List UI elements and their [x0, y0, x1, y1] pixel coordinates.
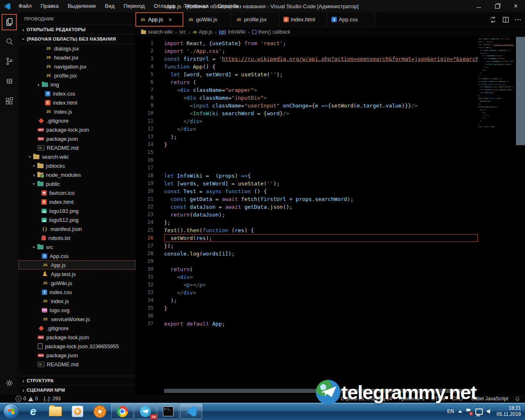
code-line-21[interactable]: 21const getData = await fetch(firstUrl +…	[135, 195, 478, 203]
tree-item-.gitignore[interactable]: .gitignore	[18, 116, 135, 125]
code-line-15[interactable]: 15	[135, 148, 478, 156]
code-line-29[interactable]: 29	[135, 258, 478, 265]
tree-item-README.md[interactable]: M↓README.md	[18, 360, 135, 369]
code-line-33[interactable]: 33</div>	[135, 289, 478, 297]
tree-item-index.html[interactable]: 5index.html	[18, 98, 135, 107]
code-line-26[interactable]: 26setWord(res);	[135, 234, 478, 242]
code-line-4[interactable]: 4function App() {	[135, 63, 478, 71]
settings-gear-icon[interactable]	[0, 375, 18, 391]
code-line-3[interactable]: 3const firstUrl = 'https://ru.wikipedia.…	[135, 55, 478, 63]
tab-App.js[interactable]: JSApp.js×	[135, 12, 183, 27]
tree-item-serviceWorker.js[interactable]: JSserviceWorker.js	[18, 315, 135, 324]
tree-item-App.js[interactable]: JSApp.js	[18, 260, 135, 269]
tab-App.css[interactable]: 3App.css	[327, 12, 375, 27]
code-line-20[interactable]: 20const Test = async function () {	[135, 187, 478, 195]
extensions-icon[interactable]	[0, 91, 18, 111]
minimap[interactable]: import React, {useState} from 'react';im…	[478, 38, 514, 128]
tree-item-src[interactable]: ›src	[18, 242, 135, 251]
tree-item-package.json[interactable]: npmpackage.json	[18, 351, 135, 360]
action-center-flag-icon[interactable]	[466, 409, 471, 414]
code-line-35[interactable]: 35}	[135, 304, 478, 312]
sync-icon[interactable]	[489, 16, 497, 23]
breadcrumb-item-src[interactable]: src	[178, 29, 187, 35]
menu-item-Файл[interactable]: Файл	[14, 0, 36, 12]
more-actions-icon[interactable]: ···	[515, 16, 522, 23]
code-editor[interactable]: 1import React, {useState} from 'react';2…	[135, 37, 525, 395]
code-line-10[interactable]: 10<InfoWiki searchWord = {word}/>	[135, 110, 478, 117]
tree-item-package.json[interactable]: npmpackage.json	[18, 134, 135, 143]
code-line-2[interactable]: 2import './App.css';	[135, 47, 478, 55]
code-line-25[interactable]: 25Test().then(function (res) {	[135, 226, 478, 234]
tree-item-logo192.png[interactable]: logo192.png	[18, 206, 135, 215]
taskbar-telegram[interactable]: 74	[134, 404, 156, 419]
code-line-37[interactable]: 37export default App;	[135, 320, 478, 328]
tree-item-package-lock.json.3236655955[interactable]: package-lock.json.3236655955	[18, 342, 135, 351]
status-UTF-8[interactable]: UTF-8	[431, 396, 445, 402]
horizontal-scrollbar[interactable]	[164, 389, 476, 393]
code-line-34[interactable]: 34);	[135, 297, 478, 304]
menu-item-Вид[interactable]: Вид	[100, 0, 119, 12]
taskbar-start[interactable]	[0, 403, 22, 420]
code-line-32[interactable]: 32<p></p>	[135, 281, 478, 289]
tree-item-index.js[interactable]: JSindex.js	[18, 107, 135, 116]
open-editors-section[interactable]: › ОТКРЫТЫЕ РЕДАКТОРЫ	[18, 25, 135, 34]
taskbar-internet-explorer[interactable]: e	[23, 403, 44, 420]
code-line-27[interactable]: 27});	[135, 242, 478, 250]
tree-item-.gitignore[interactable]: .gitignore	[18, 324, 135, 333]
tree-item-robots.txt[interactable]: robots.txt	[18, 233, 135, 242]
menu-item-Выделение[interactable]: Выделение	[63, 0, 100, 12]
code-line-12[interactable]: 12</div>	[135, 125, 478, 133]
status-Строка 26, столбец 14[interactable]: Строка 26, столбец 14	[341, 396, 392, 402]
code-line-16[interactable]: 16	[135, 156, 478, 164]
menu-item-Переход[interactable]: Переход	[119, 0, 149, 12]
code-line-31[interactable]: 31<div>	[135, 273, 478, 281]
clock[interactable]: 18:21 05.11.2019	[497, 405, 521, 418]
code-line-5[interactable]: 5let [word, setWord] = useState('');	[135, 71, 478, 78]
debug-icon[interactable]	[0, 71, 18, 91]
vertical-scrollbar[interactable]	[516, 37, 525, 145]
problems-indicator[interactable]: × 0 0	[16, 396, 38, 402]
explorer-icon[interactable]	[0, 12, 18, 32]
code-line-19[interactable]: 19let [words, setWord] = useState('');	[135, 180, 478, 187]
source-control-icon[interactable]	[0, 52, 18, 71]
tree-item-index.css[interactable]: 3index.css	[18, 89, 135, 98]
tree-item-img[interactable]: ›img	[18, 80, 135, 89]
tree-item-package-lock.json[interactable]: npmpackage-lock.json	[18, 333, 135, 342]
tab-goWiki.js[interactable]: JSgoWiki.js	[183, 12, 231, 27]
tree-item-index.html[interactable]: 5index.html	[18, 197, 135, 206]
breadcrumb-item-InfoWiki[interactable]: [@]InfoWiki	[218, 29, 246, 35]
section-СЦЕНАРИИ NPM[interactable]: ›СЦЕНАРИИ NPM	[18, 385, 135, 395]
code-line-30[interactable]: 30return(	[135, 265, 478, 273]
metric-indicator[interactable]: {..}: 293	[43, 396, 60, 402]
search-icon[interactable]	[0, 32, 18, 52]
code-line-9[interactable]: 9<input className="userInput" onChange={…	[135, 102, 478, 110]
status-CRLF[interactable]: CRLF	[452, 396, 465, 402]
taskbar-windows-explorer[interactable]	[45, 403, 66, 420]
network-icon[interactable]	[475, 409, 483, 415]
code-line-24[interactable]: 24};	[135, 219, 478, 226]
tree-item-logo512.png[interactable]: logo512.png	[18, 215, 135, 224]
tree-item-index.css[interactable]: 3index.css	[18, 288, 135, 297]
taskbar-chrome[interactable]	[111, 404, 133, 419]
code-line-8[interactable]: 8<div className="inputDiv">	[135, 94, 478, 102]
breadcrumb-item-then() callback[interactable]: then() callback	[251, 29, 291, 35]
language-indicator[interactable]: EN	[447, 409, 454, 414]
code-line-14[interactable]: 14}	[135, 141, 478, 148]
tree-item-package-lock.json[interactable]: npmpackage-lock.json	[18, 125, 135, 134]
tab-index.html[interactable]: 5index.html	[279, 12, 327, 27]
section-СТРУКТУРА[interactable]: ›СТРУКТУРА	[18, 376, 135, 385]
tree-item-README.md[interactable]: M↓README.md	[18, 143, 135, 152]
tree-item-App.css[interactable]: 3App.css	[18, 251, 135, 260]
code-line-6[interactable]: 6return (	[135, 78, 478, 86]
code-line-36[interactable]: 36	[135, 312, 478, 320]
tree-item-index.js[interactable]: JSindex.js	[18, 297, 135, 306]
tab-profile.jsx[interactable]: JSprofile.jsx	[231, 12, 279, 27]
breadcrumb-item-search-wiki[interactable]: search-wiki	[140, 29, 173, 35]
status-Babel JavaScript[interactable]: Babel JavaScript	[471, 396, 508, 402]
status-Пробелы: 2[interactable]: Пробелы: 2	[399, 396, 425, 402]
tree-item-favicon.ico[interactable]: ★favicon.ico	[18, 188, 135, 197]
split-editor-icon[interactable]	[502, 16, 509, 23]
taskbar-settings-wheel[interactable]	[89, 403, 110, 420]
close-button[interactable]: ×	[507, 0, 525, 12]
code-line-1[interactable]: 1import React, {useState} from 'react';	[135, 39, 478, 47]
